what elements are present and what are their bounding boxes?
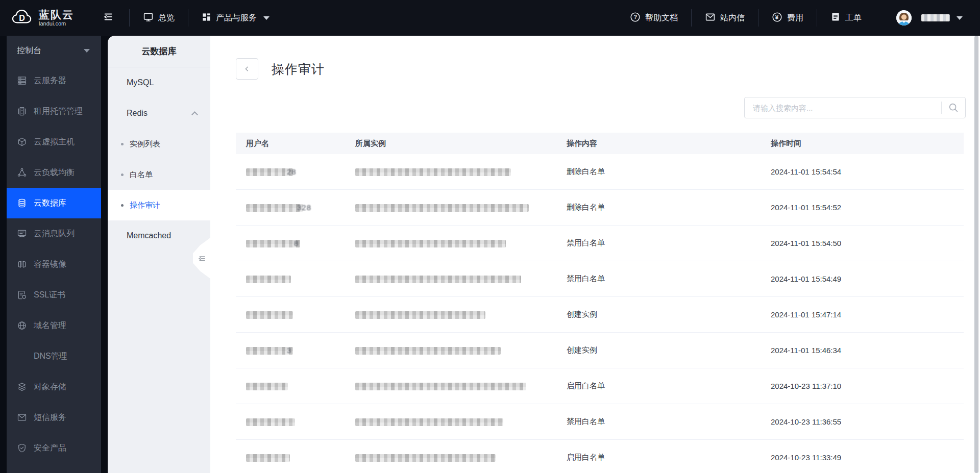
- chevron-down-icon: [957, 16, 963, 20]
- username-masked: [246, 383, 288, 390]
- table-row: 创建实例 2024-11-01 15:47:14: [236, 297, 964, 333]
- cell-action: 创建实例: [556, 345, 761, 355]
- subsidebar-item-memcached[interactable]: Memcached: [108, 220, 210, 251]
- sms-icon: [17, 412, 27, 422]
- username-masked: [246, 311, 293, 319]
- cell-instance: [345, 275, 556, 284]
- sidebar-item-container-image[interactable]: 容器镜像: [7, 249, 101, 280]
- subsidebar-item-label: 操作审计: [130, 201, 160, 210]
- table-row: 328 删除白名单 2024-11-01 15:54:52: [236, 190, 964, 226]
- secondary-sidebar: 云数据库 MySQL Redis 实例列表 白名单 操作审计 Memcached: [108, 36, 210, 473]
- username-hint: 328: [297, 203, 311, 212]
- column-header-username: 用户名: [236, 139, 345, 148]
- scrollbar-thumb[interactable]: [974, 36, 978, 473]
- sidebar-item-cloud-database[interactable]: 云数据库: [7, 188, 101, 218]
- cell-username: [236, 310, 345, 319]
- cell-instance: [345, 417, 556, 427]
- search-button[interactable]: [942, 97, 965, 118]
- subsidebar-item-label: Memcached: [127, 231, 171, 240]
- username-masked: [246, 168, 293, 176]
- page-title: 操作审计: [272, 61, 325, 78]
- fee-icon: ¥: [772, 12, 782, 24]
- cell-instance: [345, 167, 556, 177]
- hosting-icon: [17, 106, 27, 116]
- secondary-sidebar-title: 云数据库: [108, 36, 210, 67]
- grid-icon: [202, 12, 211, 24]
- brand-logo[interactable]: D 蓝队云 landui.com: [0, 7, 87, 29]
- instance-masked: [355, 168, 511, 176]
- instance-masked: [355, 383, 526, 390]
- username-masked: [246, 240, 300, 247]
- sidebar-item-domain[interactable]: 域名管理: [7, 310, 101, 341]
- globe-icon: [17, 320, 27, 331]
- tickets-link[interactable]: 工单: [817, 0, 875, 36]
- subsidebar-item-mysql[interactable]: MySQL: [108, 67, 210, 98]
- bullet-dot: [121, 173, 124, 176]
- instance-masked: [355, 311, 485, 319]
- sidebar-item-security[interactable]: 安全产品: [7, 433, 101, 463]
- nav-overview[interactable]: 总览: [130, 0, 188, 36]
- sidebar-item-sms[interactable]: 短信服务: [7, 402, 101, 433]
- cell-action: 删除白名单: [556, 203, 761, 212]
- collapse-panel-icon: [197, 254, 206, 263]
- sidebar-item-message-queue[interactable]: 云消息队列: [7, 218, 101, 249]
- billing-link[interactable]: ¥ 费用: [758, 0, 817, 36]
- subsidebar-item-operation-audit[interactable]: 操作审计: [108, 190, 210, 220]
- tickets-label: 工单: [845, 13, 862, 23]
- instance-masked: [355, 240, 506, 247]
- sidebar-item-object-storage[interactable]: 对象存储: [7, 371, 101, 402]
- subsidebar-item-instance-list[interactable]: 实例列表: [108, 129, 210, 159]
- cell-time: 2024-10-23 11:33:49: [761, 453, 964, 462]
- sidebar-item-dns[interactable]: DNS DNS管理: [7, 341, 101, 371]
- avatar: [896, 10, 912, 26]
- username-hint: 8: [294, 239, 299, 247]
- sidebar-item-load-balancer[interactable]: 云负载均衡: [7, 157, 101, 188]
- sidebar-item-label: 云消息队列: [34, 229, 75, 239]
- chevron-down-icon: [84, 49, 90, 53]
- cell-instance: [345, 203, 556, 212]
- vertical-scrollbar[interactable]: [974, 36, 979, 473]
- chevron-left-icon: [243, 65, 251, 73]
- cube-icon: [17, 137, 27, 147]
- bullet-dot: [121, 204, 124, 207]
- subsidebar-item-redis[interactable]: Redis: [108, 98, 210, 129]
- search-input[interactable]: [745, 104, 941, 112]
- cell-username: 28: [236, 167, 345, 177]
- sidebar-item-ssl-cert[interactable]: SSL证书: [7, 280, 101, 310]
- help-docs-link[interactable]: ? 帮助文档: [617, 0, 691, 36]
- cell-action: 启用白名单: [556, 381, 761, 391]
- bullet-dot: [121, 143, 124, 145]
- shield-icon: [17, 443, 27, 453]
- sidebar-item-virtual-host[interactable]: 云虚拟主机: [7, 127, 101, 157]
- sidebar-item-hosting[interactable]: 租用托管管理: [7, 96, 101, 127]
- header-right: ? 帮助文档 站内信 ¥ 费用 工单: [617, 0, 980, 36]
- table-row: 3 创建实例 2024-11-01 15:46:34: [236, 333, 964, 368]
- cell-time: 2024-11-01 15:46:34: [761, 346, 964, 355]
- cell-time: 2024-11-01 15:54:54: [761, 167, 964, 176]
- sidebar-item-label: 安全产品: [34, 443, 66, 454]
- sidebar-item-label: 云负载均衡: [34, 167, 75, 178]
- nav-products[interactable]: 产品与服务: [188, 0, 283, 36]
- sidebar-collapse-button[interactable]: [87, 0, 129, 36]
- console-dropdown[interactable]: 控制台: [7, 36, 101, 65]
- console-label: 控制台: [17, 45, 41, 56]
- subsidebar-item-label: Redis: [127, 109, 148, 118]
- sidebar-item-cloud-server[interactable]: 云服务器: [7, 65, 101, 96]
- brand-name: 蓝队云: [39, 9, 74, 20]
- cell-instance: [345, 239, 556, 248]
- user-menu[interactable]: [875, 0, 980, 36]
- cell-time: 2024-11-01 15:54:49: [761, 275, 964, 283]
- subsidebar-item-label: MySQL: [127, 78, 154, 87]
- sidebar-item-label: DNS管理: [34, 351, 67, 362]
- cell-instance: [345, 453, 556, 462]
- sidebar-item-label: SSL证书: [34, 290, 65, 301]
- cell-action: 启用白名单: [556, 453, 761, 462]
- messages-link[interactable]: 站内信: [692, 0, 758, 36]
- table-row: 启用白名单 2024-10-23 11:33:49: [236, 440, 964, 473]
- back-button[interactable]: [236, 58, 258, 80]
- username-masked: [246, 418, 295, 426]
- cell-username: 8: [236, 239, 345, 248]
- subsidebar-item-whitelist[interactable]: 白名单: [108, 159, 210, 190]
- username-masked: [246, 347, 293, 355]
- primary-sidebar: 控制台 云服务器 租用托管管理 云虚拟主机 云负载均衡 云数据库 云消息队列 容…: [7, 36, 101, 473]
